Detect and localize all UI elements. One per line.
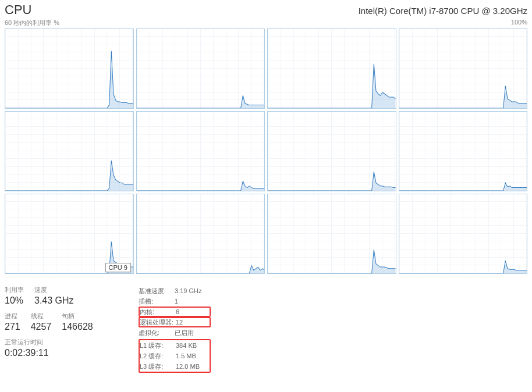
stat-processes: 进程 271 (5, 312, 20, 332)
cpu-graph-3[interactable] (399, 28, 528, 109)
cpu-graph-6[interactable] (267, 111, 396, 191)
cache-highlight: L1 缓存:384 KB L2 缓存:1.5 MB L3 缓存:12.0 MB (139, 339, 211, 373)
cpu-model: Intel(R) Core(TM) i7-8700 CPU @ 3.20GHz (359, 6, 527, 16)
bottom-panel: 利用率 10% 速度 3.43 GHz 进程 271 线程 4257 句柄 14… (0, 276, 532, 377)
cpu-graph-11[interactable] (399, 194, 528, 274)
cpu-graph-5[interactable] (136, 111, 265, 191)
cpu-graph-8[interactable] (5, 194, 134, 274)
header: CPU Intel(R) Core(TM) i7-8700 CPU @ 3.20… (0, 0, 532, 17)
row-cores: 内核:6 (139, 307, 211, 317)
system-info: 基准速度:3.19 GHz 插槽:1 内核:6 逻辑处理器:12 虚拟化:已启用… (139, 286, 211, 373)
stat-uptime: 正常运行时间 0:02:39:11 (5, 338, 115, 358)
cpu-graph-10[interactable] (267, 194, 396, 274)
cpu-graph-4[interactable] (5, 111, 134, 191)
row-l1: L1 缓存:384 KB (140, 340, 210, 351)
row-l3: L3 缓存:12.0 MB (140, 361, 210, 372)
cpu-graph-7[interactable] (399, 111, 528, 191)
cpu-tooltip: CPU 9 (105, 263, 131, 272)
cpu-graph-0[interactable] (5, 28, 134, 109)
stat-speed: 速度 3.43 GHz (34, 286, 74, 306)
cpu-graph-9[interactable]: CPU 9 (136, 194, 265, 274)
row-logical-processors: 逻辑处理器:12 (139, 317, 211, 327)
axis-labels: 60 秒内的利用率 % 100% (0, 19, 532, 27)
axis-right: 100% (511, 19, 527, 27)
stat-utilization: 利用率 10% (5, 286, 24, 306)
primary-stats: 利用率 10% 速度 3.43 GHz 进程 271 线程 4257 句柄 14… (5, 286, 115, 373)
cpu-graph-1[interactable] (136, 28, 265, 109)
row-virtualization: 虚拟化:已启用 (139, 327, 211, 338)
row-l2: L2 缓存:1.5 MB (140, 351, 210, 361)
cpu-graph-2[interactable] (267, 28, 396, 109)
stat-handles: 句柄 146628 (62, 312, 93, 332)
axis-left: 60 秒内的利用率 % (5, 19, 59, 27)
page-title: CPU (5, 2, 31, 17)
cpu-graphs-grid: CPU 9 (0, 27, 532, 276)
stat-threads: 线程 4257 (31, 312, 52, 332)
row-base-speed: 基准速度:3.19 GHz (139, 286, 211, 296)
row-sockets: 插槽:1 (139, 296, 211, 307)
